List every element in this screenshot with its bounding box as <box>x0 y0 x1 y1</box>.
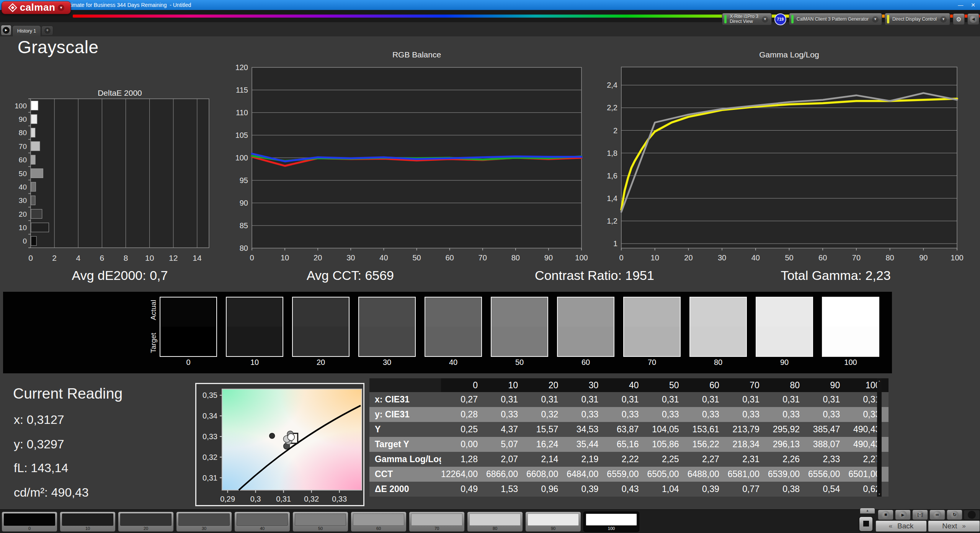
svg-text:90: 90 <box>544 253 553 262</box>
continuous-measure-button[interactable]: ∞ <box>929 510 945 520</box>
svg-text:2: 2 <box>613 126 617 135</box>
pattern-button-40[interactable]: 40 <box>234 512 290 532</box>
pattern-generator-button[interactable]: CalMAN Client 3 Pattern Generator ▼ <box>789 13 882 25</box>
pattern-button-50[interactable]: 50 <box>292 512 348 532</box>
meter-button[interactable]: X-Rite i1Pro 3 Direct View ▼ <box>722 13 772 25</box>
back-button[interactable]: « Back <box>875 520 927 532</box>
svg-text:4: 4 <box>76 253 80 262</box>
meter-count-badge[interactable]: 719 <box>774 13 786 25</box>
reading-cdm2: cd/m²: 490,43 <box>14 486 89 500</box>
table-value-cell: 2,22 <box>607 452 647 467</box>
table-value-cell: 0,31 <box>768 392 808 407</box>
pattern-button-90[interactable]: 90 <box>525 512 581 532</box>
table-value-cell: 2,25 <box>647 452 688 467</box>
swatch-level-label: 30 <box>358 358 416 367</box>
table-value-cell: 35,44 <box>567 437 607 452</box>
play-icon: ▶ <box>3 27 10 34</box>
play-button[interactable]: ▶ <box>895 510 911 520</box>
scroll-up-icon[interactable]: ▲ <box>877 379 882 382</box>
scroll-down-icon[interactable]: ▼ <box>877 493 882 495</box>
svg-text:30: 30 <box>718 253 726 262</box>
refresh-icon: ↻ <box>951 511 959 519</box>
stop-button[interactable]: ■ <box>878 510 893 520</box>
display-control-button[interactable]: Direct Display Control ▼ <box>885 13 950 25</box>
pattern-button-10[interactable]: 10 <box>60 512 116 532</box>
table-value-cell: 0,31 <box>728 392 768 407</box>
deltae-2000-chart: DeltaE 200002468101214100908070605040302… <box>14 87 214 264</box>
grayscale-swatch-80 <box>689 297 747 357</box>
table-column-header: 40 <box>607 378 647 392</box>
table-value-cell: 0,33 <box>688 407 728 422</box>
table-value-cell: 388,07 <box>808 437 848 452</box>
swatch-level-label: 20 <box>292 358 350 367</box>
plus-icon: + <box>44 28 51 34</box>
table-value-cell: 0,00 <box>441 437 486 452</box>
table-value-cell: 218,34 <box>728 437 768 452</box>
svg-text:0,29: 0,29 <box>220 495 235 503</box>
table-value-cell: 0,33 <box>848 407 889 422</box>
svg-text:90: 90 <box>240 199 248 207</box>
svg-text:1,8: 1,8 <box>607 149 617 157</box>
table-value-cell: 2,19 <box>567 452 607 467</box>
svg-text:0: 0 <box>619 253 623 262</box>
minimize-button[interactable]: — <box>958 2 963 8</box>
svg-text:0,33: 0,33 <box>332 495 347 503</box>
calman-menu-button[interactable]: calman ▼ <box>2 1 71 14</box>
chevron-down-icon: ▼ <box>940 16 947 23</box>
pattern-swatch <box>120 513 172 526</box>
pattern-button-60[interactable]: 60 <box>351 512 407 532</box>
svg-text:20: 20 <box>19 210 27 218</box>
tab-scroll-button[interactable]: ▶ <box>1 25 11 36</box>
table-value-cell: 0,39 <box>567 482 607 497</box>
pattern-button-30[interactable]: 30 <box>176 512 232 532</box>
close-button[interactable]: ✕ <box>971 2 975 8</box>
play-icon: ▶ <box>899 511 907 519</box>
svg-text:1,6: 1,6 <box>607 172 617 180</box>
settings-button[interactable]: ⚙ <box>953 13 965 25</box>
svg-text:0: 0 <box>23 237 27 245</box>
stop-measure-button[interactable] <box>859 516 873 532</box>
table-column-header: 100 <box>848 378 889 392</box>
cie-chromaticity-panel[interactable]: 0,350,340,330,320,310,290,30,310,320,33 <box>195 383 364 506</box>
tab-history-1[interactable]: History 1 <box>12 25 41 36</box>
pattern-swatch <box>469 513 521 526</box>
collapse-panel-button[interactable]: ◀ <box>967 13 979 25</box>
svg-text:40: 40 <box>379 253 388 262</box>
pattern-button-20[interactable]: 20 <box>118 512 174 532</box>
pattern-button-0[interactable]: 0 <box>2 512 57 532</box>
table-value-cell: 0,77 <box>728 482 768 497</box>
panel-expand-button[interactable]: ▲ <box>860 508 875 514</box>
table-value-cell: 12264,00 <box>441 467 486 482</box>
window-titlebar: Calman 2025 Calman Ultimate for Business… <box>0 0 980 10</box>
svg-text:50: 50 <box>19 170 27 178</box>
svg-text:0: 0 <box>250 253 254 262</box>
svg-text:70: 70 <box>19 142 27 150</box>
next-button[interactable]: Next » <box>928 520 980 532</box>
repeat-measure-button[interactable]: ↻ <box>947 510 962 520</box>
table-value-cell: 63,87 <box>607 422 647 437</box>
pattern-level-label: 60 <box>351 526 406 531</box>
table-value-cell: 65,16 <box>607 437 647 452</box>
table-corner-cell <box>369 378 441 392</box>
svg-text:2,2: 2,2 <box>607 103 617 112</box>
pattern-button-70[interactable]: 70 <box>409 512 465 532</box>
table-value-cell: 6501,00 <box>848 467 889 482</box>
grayscale-swatch-60 <box>557 297 614 357</box>
reading-y: y: 0,3297 <box>14 437 64 451</box>
add-tab-button[interactable]: + <box>41 26 53 36</box>
pattern-button-100[interactable]: 100 <box>583 512 639 532</box>
pattern-button-80[interactable]: 80 <box>467 512 523 532</box>
svg-text:80: 80 <box>511 253 520 262</box>
table-value-cell: 6505,00 <box>647 467 688 482</box>
swatch-level-label: 90 <box>756 358 813 367</box>
table-value-cell: 6559,00 <box>607 467 647 482</box>
calman-diamond-icon <box>8 3 17 12</box>
svg-text:100: 100 <box>235 154 248 162</box>
table-row-label: Target Y <box>369 437 441 452</box>
pattern-generator-name: CalMAN Client 3 Pattern Generator <box>797 16 869 22</box>
single-measure-button[interactable]: [··] <box>912 510 928 520</box>
table-row-label: Y <box>369 422 441 437</box>
table-scrollbar[interactable]: ▲ ▼ <box>877 378 882 497</box>
table-value-cell: 0,31 <box>486 392 526 407</box>
pattern-swatch <box>295 513 346 526</box>
